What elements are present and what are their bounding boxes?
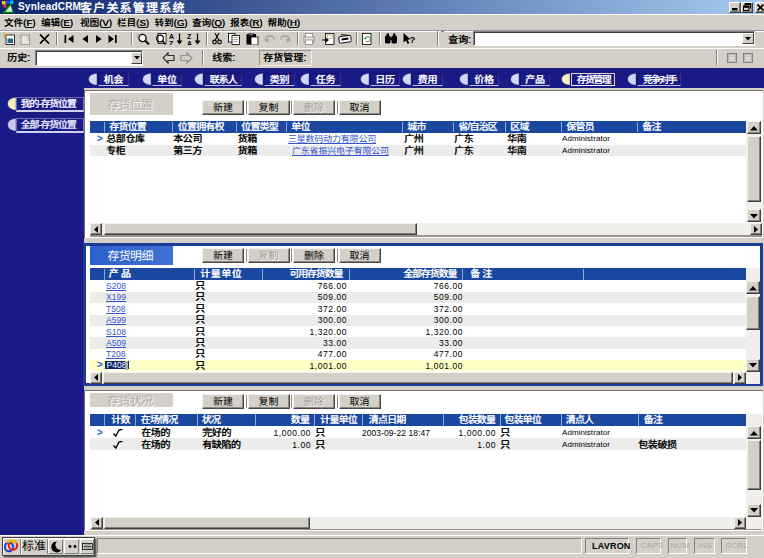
svg-text:?: ?	[26, 35, 30, 42]
svg-text:?: ?	[410, 33, 416, 44]
svg-text:A: A	[187, 39, 192, 45]
svg-text:Z: Z	[169, 39, 174, 45]
